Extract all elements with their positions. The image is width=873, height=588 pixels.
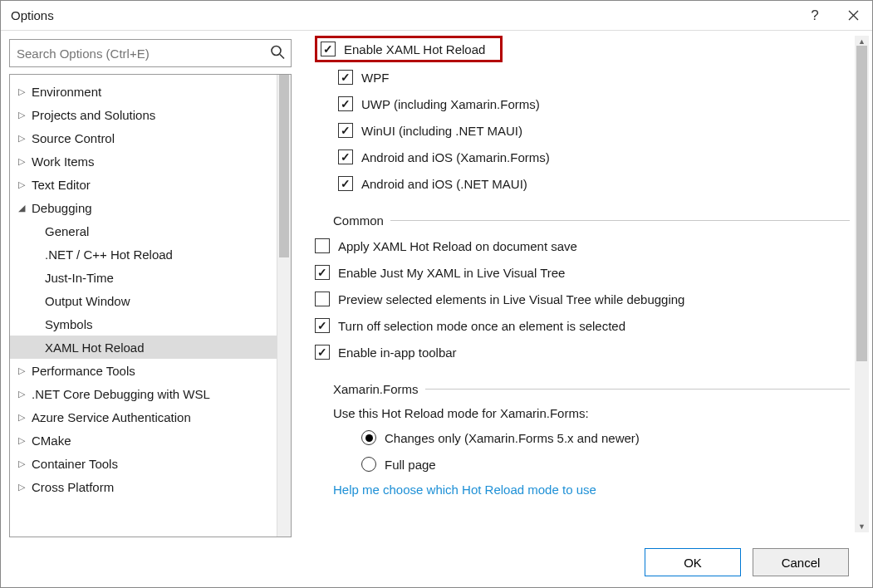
chevron-right-icon[interactable]: ▷	[15, 110, 28, 120]
xamarin-prompt: Use this Hot Reload mode for Xamarin.For…	[315, 401, 850, 424]
tree-item[interactable]: ▷Cross Platform	[10, 475, 277, 498]
checkbox-label: WinUI (including .NET MAUI)	[361, 124, 522, 138]
tree-item-label: Cross Platform	[28, 480, 114, 494]
svg-point-0	[272, 47, 281, 56]
checkbox-label: WPF	[361, 71, 389, 85]
tree-item-label: CMake	[28, 434, 71, 448]
options-tree[interactable]: ▷Environment▷Projects and Solutions▷Sour…	[10, 75, 277, 537]
checkbox-row: Enable in-app toolbar	[315, 339, 850, 365]
titlebar: Options ?	[1, 1, 872, 31]
tree-item-label: Just-In-Time	[42, 271, 114, 285]
checkbox-row: WinUI (including .NET MAUI)	[315, 117, 850, 144]
tree-item[interactable]: Just-In-Time	[10, 266, 277, 289]
tree-item-label: Source Control	[28, 131, 115, 145]
checkbox[interactable]	[315, 265, 330, 280]
tree-item-label: Text Editor	[28, 178, 91, 192]
main-scrollbar[interactable]: ▲ ▼	[855, 36, 869, 532]
highlight-enable-xaml: Enable XAML Hot Reload	[315, 36, 503, 62]
search-icon[interactable]	[270, 45, 285, 62]
radio-row: Full page	[315, 451, 850, 478]
checkbox-enable-xaml-hot-reload[interactable]	[321, 42, 336, 56]
section-xamarin: Xamarin.Forms	[315, 382, 850, 396]
checkbox[interactable]	[315, 318, 330, 333]
section-label: Xamarin.Forms	[333, 382, 419, 396]
checkbox-row: Android and iOS (.NET MAUI)	[315, 170, 850, 197]
checkbox[interactable]	[338, 149, 353, 164]
checkbox-label: Apply XAML Hot Reload on document save	[338, 239, 577, 253]
tree-item-label: Environment	[28, 85, 101, 99]
tree-item-label: Output Window	[42, 294, 130, 308]
checkbox-row: Preview selected elements in Live Visual…	[315, 286, 850, 312]
checkbox-label: Turn off selection mode once an element …	[338, 319, 625, 333]
help-icon[interactable]: ?	[796, 1, 834, 31]
checkbox-row: Turn off selection mode once an element …	[315, 312, 850, 339]
settings-panel: Enable XAML Hot Reload WPFUWP (including…	[315, 36, 855, 532]
tree-item-label: Debugging	[28, 201, 92, 215]
checkbox[interactable]	[338, 123, 353, 138]
checkbox[interactable]	[338, 176, 353, 191]
chevron-right-icon[interactable]: ▷	[15, 389, 28, 399]
tree-item[interactable]: ▷CMake	[10, 429, 277, 452]
radio[interactable]	[361, 430, 376, 445]
checkbox[interactable]	[315, 345, 330, 360]
window-title: Options	[11, 8, 796, 22]
section-label: Common	[333, 213, 384, 228]
tree-item-label: Projects and Solutions	[28, 108, 155, 122]
tree-scroll-thumb[interactable]	[279, 75, 289, 257]
chevron-down-icon[interactable]: ◢	[15, 203, 28, 213]
tree-item[interactable]: ▷Text Editor	[10, 173, 277, 196]
checkbox-label: Preview selected elements in Live Visual…	[338, 292, 684, 306]
checkbox[interactable]	[338, 70, 353, 85]
checkbox-label: Enable Just My XAML in Live Visual Tree	[338, 266, 565, 280]
radio-label: Full page	[385, 458, 436, 472]
tree-item-label: .NET / C++ Hot Reload	[42, 247, 173, 262]
tree-item[interactable]: ▷Source Control	[10, 126, 277, 149]
search-input[interactable]	[9, 39, 292, 67]
tree-item[interactable]: ▷Azure Service Authentication	[10, 405, 277, 429]
tree-item[interactable]: ▷Projects and Solutions	[10, 103, 277, 126]
chevron-right-icon[interactable]: ▷	[15, 412, 28, 423]
tree-item[interactable]: ◢Debugging	[10, 196, 277, 219]
tree-item[interactable]: .NET / C++ Hot Reload	[10, 243, 277, 266]
chevron-right-icon[interactable]: ▷	[15, 435, 28, 446]
tree-item[interactable]: ▷Environment	[10, 80, 277, 103]
checkbox-row: Apply XAML Hot Reload on document save	[315, 233, 850, 259]
scroll-down-icon[interactable]: ▼	[855, 521, 869, 532]
checkbox[interactable]	[315, 238, 330, 253]
tree-item[interactable]: Symbols	[10, 312, 277, 336]
svg-line-1	[280, 55, 284, 59]
tree-item[interactable]: ▷Work Items	[10, 149, 277, 173]
help-link[interactable]: Help me choose which Hot Reload mode to …	[315, 478, 850, 501]
chevron-right-icon[interactable]: ▷	[15, 458, 28, 469]
tree-item[interactable]: XAML Hot Reload	[10, 336, 277, 359]
checkbox-label: Android and iOS (.NET MAUI)	[361, 177, 527, 191]
main-scroll-thumb[interactable]	[856, 46, 867, 361]
tree-item[interactable]: Output Window	[10, 289, 277, 312]
tree-item-label: Performance Tools	[28, 364, 135, 378]
checkbox-label: Enable XAML Hot Reload	[344, 42, 485, 56]
radio-label: Changes only (Xamarin.Forms 5.x and newe…	[385, 431, 640, 445]
tree-item-label: XAML Hot Reload	[42, 341, 145, 355]
radio[interactable]	[361, 457, 376, 472]
chevron-right-icon[interactable]: ▷	[15, 156, 28, 167]
tree-item[interactable]: ▷.NET Core Debugging with WSL	[10, 382, 277, 405]
tree-item[interactable]: ▷Container Tools	[10, 452, 277, 475]
checkbox[interactable]	[315, 292, 330, 306]
checkbox-label: UWP (including Xamarin.Forms)	[361, 97, 540, 111]
tree-item[interactable]: General	[10, 219, 277, 243]
tree-item-label: General	[42, 224, 89, 238]
chevron-right-icon[interactable]: ▷	[15, 86, 28, 97]
tree-item-label: Container Tools	[28, 457, 118, 471]
checkbox[interactable]	[338, 96, 353, 111]
tree-item[interactable]: ▷Performance Tools	[10, 359, 277, 382]
tree-item-label: Work Items	[28, 154, 95, 169]
tree-scrollbar[interactable]	[277, 75, 291, 537]
ok-button[interactable]: OK	[645, 548, 741, 576]
chevron-right-icon[interactable]: ▷	[15, 179, 28, 190]
cancel-button[interactable]: Cancel	[753, 548, 849, 576]
chevron-right-icon[interactable]: ▷	[15, 365, 28, 376]
sidebar: ▷Environment▷Projects and Solutions▷Sour…	[1, 31, 300, 537]
close-icon[interactable]	[834, 1, 872, 31]
chevron-right-icon[interactable]: ▷	[15, 133, 28, 144]
chevron-right-icon[interactable]: ▷	[15, 482, 28, 492]
